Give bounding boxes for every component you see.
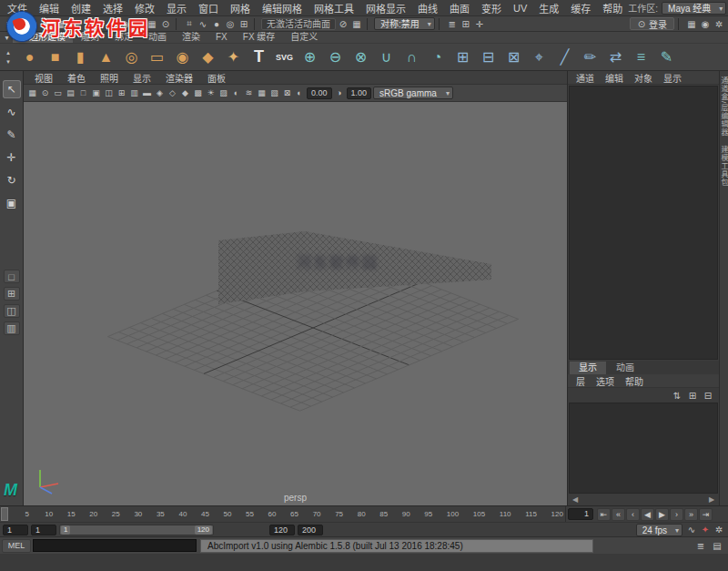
layer-menu-0[interactable]: 层: [571, 374, 591, 388]
quick-select-icon[interactable]: ✛: [473, 17, 486, 30]
current-frame-marker[interactable]: [1, 507, 8, 521]
scene-new-icon[interactable]: ▢: [26, 17, 39, 30]
motion-blur-icon[interactable]: ≋: [243, 87, 255, 99]
select-hierarchy-icon[interactable]: ◈: [105, 17, 117, 30]
input-connections-icon[interactable]: ▦: [350, 17, 363, 30]
poly-sphere-icon[interactable]: ●: [18, 46, 41, 68]
poly-cone-icon[interactable]: ▲: [95, 46, 117, 68]
shelf-tab-fx-caching[interactable]: FX 缓存: [236, 32, 283, 43]
range-track[interactable]: 1 120: [59, 525, 214, 535]
multi-cut-icon[interactable]: ╱: [553, 46, 576, 68]
viewport-menu-5[interactable]: 面板: [200, 71, 233, 85]
make-live-icon[interactable]: ⊘: [337, 17, 349, 30]
login-button[interactable]: ⊙ 登录: [630, 17, 674, 30]
film-gate-icon[interactable]: □: [77, 87, 89, 99]
viewport-menu-2[interactable]: 照明: [93, 71, 126, 85]
sidebar-toggle-icon[interactable]: ≡: [3, 17, 15, 30]
script-editor-icon[interactable]: ≣: [694, 539, 707, 552]
gamma-icon[interactable]: ◑: [334, 87, 345, 99]
menu-9[interactable]: 网格工具: [308, 0, 359, 16]
shelf-tab-animation[interactable]: 动画: [141, 32, 174, 43]
resolution-gate-icon[interactable]: ▣: [90, 87, 102, 99]
animation-end-field[interactable]: 200: [298, 525, 323, 535]
mel-input[interactable]: [33, 539, 197, 552]
sidebar-tab-1[interactable]: 建模工具包: [719, 146, 728, 187]
wireframe-icon[interactable]: ◇: [167, 87, 178, 99]
menu-8[interactable]: 编辑网格: [257, 0, 308, 16]
go-to-end-button[interactable]: ⇥: [699, 508, 713, 521]
shaded-icon[interactable]: ◆: [179, 87, 191, 99]
shelf-tab-poly-modeling[interactable]: 多边形建模: [13, 32, 73, 43]
render-current-frame-icon[interactable]: ▦: [685, 17, 698, 30]
step-back-frame-button[interactable]: «: [612, 508, 625, 521]
step-forward-frame-button[interactable]: »: [684, 508, 698, 521]
menu-0[interactable]: 文件: [2, 0, 33, 16]
bookmark-icon[interactable]: ▤: [65, 87, 76, 99]
menu-15[interactable]: 生成: [533, 0, 564, 16]
ipr-render-icon[interactable]: ◉: [699, 17, 712, 30]
play-forward-button[interactable]: ▶: [655, 508, 669, 521]
safe-action-icon[interactable]: ▥: [128, 87, 140, 99]
poly-torus-icon[interactable]: ◎: [120, 46, 143, 68]
platonic-solid-icon[interactable]: ◆: [197, 46, 219, 68]
channel-box-menu-2[interactable]: 对象: [629, 71, 658, 85]
viewport-menu-4[interactable]: 渲染器: [158, 71, 200, 85]
new-layer-from-selected-icon[interactable]: ⊟: [702, 389, 714, 402]
viewport-menu-1[interactable]: 着色: [60, 71, 93, 85]
workspace-dropdown[interactable]: Maya 经典: [662, 2, 726, 15]
menu-3[interactable]: 选择: [97, 0, 128, 16]
go-to-start-button[interactable]: ⇤: [597, 508, 611, 521]
viewport-3d-scene[interactable]: [24, 102, 567, 505]
poly-disc-icon[interactable]: ◉: [171, 46, 194, 68]
xray-icon[interactable]: ▧: [268, 87, 280, 99]
layer-tab-anim[interactable]: 动画: [607, 362, 643, 374]
frame-all-icon[interactable]: ◈: [154, 87, 166, 99]
field-chart-icon[interactable]: ⊞: [116, 87, 127, 99]
shelf-tab-rendering[interactable]: 渲染: [175, 32, 207, 43]
content-browser-icon[interactable]: ▤: [711, 539, 723, 552]
lasso-tool[interactable]: ∿: [3, 103, 21, 121]
channel-box-menu-1[interactable]: 编辑: [600, 71, 629, 85]
step-forward-key-button[interactable]: ›: [670, 508, 683, 521]
snap-view-plane-icon[interactable]: ⊞: [238, 17, 250, 30]
step-back-key-button[interactable]: ‹: [626, 508, 640, 521]
shelf-tab-sculpting[interactable]: 雕刻: [74, 32, 106, 43]
menu-6[interactable]: 窗口: [193, 0, 224, 16]
paint-select-tool[interactable]: ✎: [3, 126, 21, 144]
super-shape-icon[interactable]: ✦: [222, 46, 245, 68]
boolean-intersection-icon[interactable]: ⊗: [349, 46, 372, 68]
play-backward-button[interactable]: ◀: [641, 508, 654, 521]
viewport-menu-0[interactable]: 视图: [27, 71, 60, 85]
undo-icon[interactable]: ↶: [67, 17, 80, 30]
ao-icon[interactable]: ◐: [230, 87, 242, 99]
rotate-tool[interactable]: ↻: [3, 171, 21, 189]
selection-mask-icon[interactable]: ▦: [146, 17, 158, 30]
playback-end-field[interactable]: 120: [269, 525, 295, 535]
shelf-tab-rigging[interactable]: 绑定: [107, 32, 140, 43]
time-slider[interactable]: 1510152025303540455055606570758085909510…: [0, 505, 728, 522]
mel-language-button[interactable]: MEL: [2, 539, 31, 553]
select-object-icon[interactable]: ◉: [118, 17, 131, 30]
bridge-icon[interactable]: ⊠: [502, 46, 525, 68]
gate-mask-icon[interactable]: ◫: [103, 87, 115, 99]
viewport-canvas[interactable]: 河东软件园 persp: [24, 102, 567, 505]
menu-11[interactable]: 曲线: [412, 0, 443, 16]
snap-point-icon[interactable]: ●: [210, 17, 223, 30]
layer-tab-display[interactable]: 显示: [570, 362, 606, 374]
svg-tool-icon[interactable]: SVG: [273, 46, 296, 68]
menu-16[interactable]: 缓存: [565, 0, 596, 16]
view-transform-dropdown[interactable]: sRGB gamma: [373, 87, 453, 99]
range-end-handle[interactable]: 120: [195, 525, 212, 535]
layout-persp-outliner[interactable]: ▥: [4, 321, 20, 335]
auto-keyframe-icon[interactable]: ✦: [699, 524, 712, 536]
layer-list[interactable]: [569, 403, 718, 494]
shelf-tab-prev-icon[interactable]: ▴: [4, 48, 13, 56]
boolean-union-icon[interactable]: ⊕: [298, 46, 321, 68]
layer-menu-1[interactable]: 选项: [591, 374, 620, 388]
extrude-icon[interactable]: ⊞: [451, 46, 474, 68]
fps-dropdown[interactable]: 24 fps: [636, 524, 682, 536]
bevel-icon[interactable]: ⊟: [477, 46, 500, 68]
type-tool-icon[interactable]: T: [248, 46, 270, 68]
layout-two-pane[interactable]: ◫: [4, 304, 20, 318]
playback-start-field[interactable]: 1: [31, 525, 56, 535]
